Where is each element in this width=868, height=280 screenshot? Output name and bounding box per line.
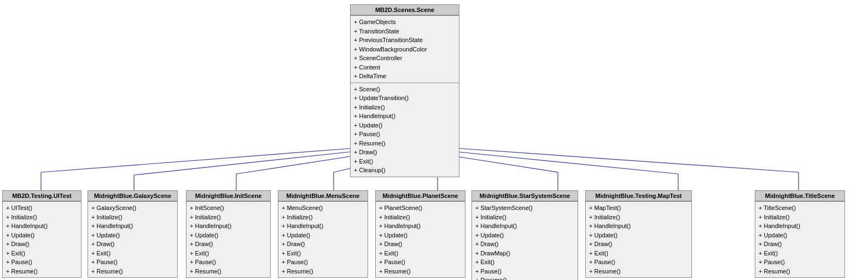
galaxyscene-title: MidnightBlue.GalaxyScene [88, 191, 177, 201]
scene-box: MB2D.Scenes.Scene + GameObjects + Transi… [350, 4, 459, 177]
scene-method-2: + Initialize() [354, 103, 456, 112]
titlescene-methods: + TitleScene() + Initialize() + HandleIn… [755, 201, 844, 277]
scene-method-5: + Pause() [354, 130, 456, 139]
galaxyscene-box: MidnightBlue.GalaxyScene + GalaxyScene()… [88, 190, 178, 278]
planetscene-title: MidnightBlue.PlanetScene [376, 191, 465, 201]
scene-prop-6: + DeltaTime [354, 72, 456, 81]
scene-prop-0: + GameObjects [354, 18, 456, 27]
galaxyscene-methods: + GalaxyScene() + Initialize() + HandleI… [88, 201, 177, 277]
diagram-container: MB2D.Scenes.Scene + GameObjects + Transi… [0, 0, 868, 280]
maptest-title: MidnightBlue.Testing.MapTest [586, 191, 691, 201]
titlescene-box: MidnightBlue.TitleScene + TitleScene() +… [755, 190, 845, 278]
svg-line-15 [448, 148, 799, 172]
scene-prop-3: + WindowBackgroundColor [354, 45, 456, 54]
starsystemscene-box: MidnightBlue.StarSystemScene + StarSyste… [471, 190, 578, 280]
scene-prop-2: + PreviousTransitionState [354, 36, 456, 45]
scene-method-6: + Resume() [354, 139, 456, 148]
initscene-title: MidnightBlue.InitScene [187, 191, 270, 201]
scene-properties: + GameObjects + TransitionState + Previo… [351, 15, 459, 83]
scene-method-1: + UpdateTransition() [354, 94, 456, 103]
uitest-box: MB2D.Testing.UITest + UITest() + Initial… [2, 190, 81, 278]
scene-prop-4: + SceneController [354, 54, 456, 63]
planetscene-box: MidnightBlue.PlanetScene + PlanetScene()… [375, 190, 465, 278]
scene-method-9: + Cleanup() [354, 166, 456, 175]
initscene-methods: + InitScene() + Initialize() + HandleInp… [187, 201, 270, 277]
scene-title: MB2D.Scenes.Scene [351, 5, 459, 15]
scene-method-3: + HandleInput() [354, 112, 456, 121]
scene-methods: + Scene() + UpdateTransition() + Initial… [351, 83, 459, 177]
maptest-methods: + MapTest() + Initialize() + HandleInput… [586, 201, 691, 277]
starsystemscene-title: MidnightBlue.StarSystemScene [472, 191, 578, 201]
starsystemscene-methods: + StarSystemScene() + Initialize() + Han… [472, 201, 578, 280]
scene-method-7: + Draw() [354, 148, 456, 157]
scene-method-0: + Scene() [354, 85, 456, 94]
scene-prop-5: + Content [354, 63, 456, 72]
initscene-box: MidnightBlue.InitScene + InitScene() + I… [186, 190, 271, 278]
menuscene-box: MidnightBlue.MenuScene + MenuScene() + I… [278, 190, 368, 278]
maptest-box: MidnightBlue.Testing.MapTest + MapTest()… [585, 190, 692, 278]
scene-method-4: + Update() [354, 121, 456, 130]
menuscene-title: MidnightBlue.MenuScene [278, 191, 368, 201]
planetscene-methods: + PlanetScene() + Initialize() + HandleI… [376, 201, 465, 277]
titlescene-title: MidnightBlue.TitleScene [755, 191, 844, 201]
uitest-title: MB2D.Testing.UITest [3, 191, 81, 201]
menuscene-methods: + MenuScene() + Initialize() + HandleInp… [278, 201, 368, 277]
svg-line-1 [41, 148, 361, 172]
scene-prop-1: + TransitionState [354, 27, 456, 36]
scene-method-8: + Exit() [354, 157, 456, 166]
svg-line-13 [443, 150, 678, 174]
svg-line-3 [134, 150, 364, 175]
uitest-methods: + UITest() + Initialize() + HandleInput(… [3, 201, 81, 277]
